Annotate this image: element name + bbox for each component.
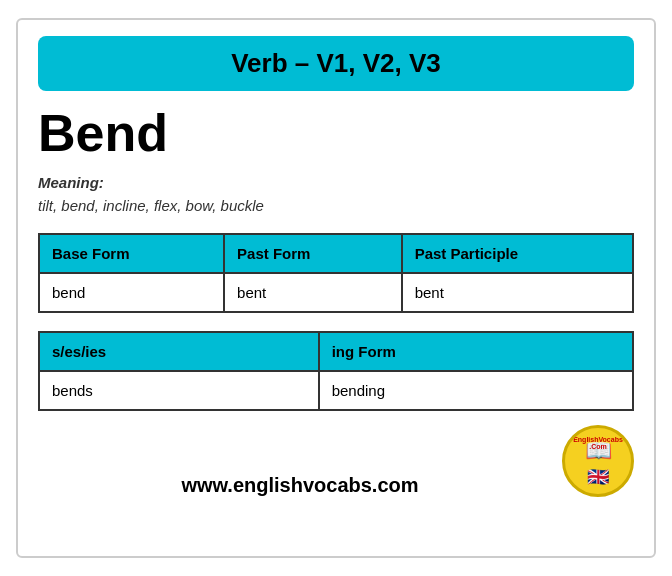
cell-bending: bending: [319, 371, 633, 410]
header-banner: Verb – V1, V2, V3: [38, 36, 634, 91]
header-title: Verb – V1, V2, V3: [231, 48, 441, 78]
conjugation-table: s/es/ies ing Form bends bending: [38, 331, 634, 411]
cell-base: bend: [39, 273, 224, 312]
logo-text-top: EnglishVocabs.Com: [565, 436, 631, 450]
tables-wrapper: Base Form Past Form Past Participle bend…: [38, 227, 634, 411]
conjugation-table-section: s/es/ies ing Form bends bending: [38, 331, 634, 411]
col-header-past-participle: Past Participle: [402, 234, 633, 273]
logo-badge: EnglishVocabs.Com 📖 🇬🇧: [562, 425, 634, 497]
col-header-ing: ing Form: [319, 332, 633, 371]
table-row: bends bending: [39, 371, 633, 410]
verb-word: Bend: [38, 105, 634, 162]
col-header-ses: s/es/ies: [39, 332, 319, 371]
col-header-base-form: Base Form: [39, 234, 224, 273]
footer-row: www.englishvocabs.com EnglishVocabs.Com …: [38, 425, 634, 497]
verb-forms-table: Base Form Past Form Past Participle bend…: [38, 233, 634, 313]
meaning-label: Meaning:: [38, 174, 104, 191]
cell-bends: bends: [39, 371, 319, 410]
flag-icon: 🇬🇧: [587, 466, 609, 488]
cell-past-participle: bent: [402, 273, 633, 312]
col-header-past-form: Past Form: [224, 234, 402, 273]
verb-forms-table-section: Base Form Past Form Past Participle bend…: [38, 233, 634, 313]
website-url: www.englishvocabs.com: [181, 474, 418, 496]
table-row: bend bent bent: [39, 273, 633, 312]
meaning-text: tilt, bend, incline, flex, bow, buckle: [38, 197, 264, 214]
main-card: Verb – V1, V2, V3 Bend Meaning: tilt, be…: [16, 18, 656, 558]
meaning-section: Meaning: tilt, bend, incline, flex, bow,…: [38, 172, 634, 217]
cell-past: bent: [224, 273, 402, 312]
